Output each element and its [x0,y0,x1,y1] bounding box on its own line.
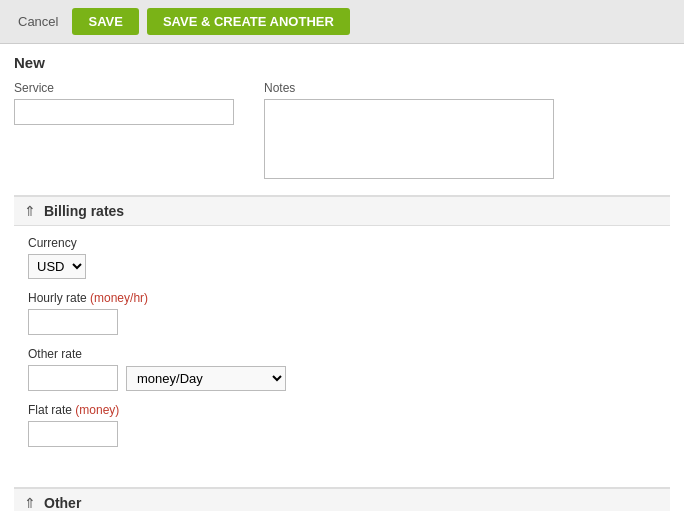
billing-rates-section-body: Currency USD EUR GBP CAD AUD Hourly rate… [14,226,670,473]
main-content: New Service Notes ⇑ Billing rates Curren… [0,44,684,511]
notes-field-group: Notes [264,81,554,179]
other-rate-row: money/Day money/Week money/Month [28,365,656,391]
flat-rate-input[interactable] [28,421,118,447]
hourly-rate-label: Hourly rate (money/hr) [28,291,656,305]
billing-rates-section-header[interactable]: ⇑ Billing rates [14,197,670,226]
other-rate-input[interactable] [28,365,118,391]
save-create-another-button[interactable]: SAVE & CREATE ANOTHER [147,8,350,35]
flat-rate-label: Flat rate (money) [28,403,656,417]
billing-rates-collapse-icon: ⇑ [24,204,36,218]
page-title: New [14,54,670,71]
other-section-title: Other [44,495,81,511]
billing-rates-section-title: Billing rates [44,203,124,219]
other-rate-field: Other rate money/Day money/Week money/Mo… [28,347,656,391]
hourly-rate-input[interactable] [28,309,118,335]
currency-label: Currency [28,236,656,250]
hourly-rate-unit: (money/hr) [90,291,148,305]
service-label: Service [14,81,234,95]
toolbar: Cancel SAVE SAVE & CREATE ANOTHER [0,0,684,44]
other-section: ⇑ Other Taxable service Active service [14,487,670,511]
hourly-rate-field: Hourly rate (money/hr) [28,291,656,335]
notes-label: Notes [264,81,554,95]
currency-select[interactable]: USD EUR GBP CAD AUD [28,254,86,279]
service-field-group: Service [14,81,234,179]
flat-rate-field: Flat rate (money) [28,403,656,447]
top-form-row: Service Notes [14,81,670,179]
other-collapse-icon: ⇑ [24,496,36,510]
other-rate-label: Other rate [28,347,656,361]
flat-rate-unit: (money) [75,403,119,417]
service-input[interactable] [14,99,234,125]
billing-rates-section: ⇑ Billing rates Currency USD EUR GBP CAD… [14,195,670,473]
currency-field: Currency USD EUR GBP CAD AUD [28,236,656,279]
cancel-button[interactable]: Cancel [12,10,64,33]
save-button[interactable]: SAVE [72,8,138,35]
notes-textarea[interactable] [264,99,554,179]
other-rate-unit-select[interactable]: money/Day money/Week money/Month [126,366,286,391]
other-section-header[interactable]: ⇑ Other [14,489,670,511]
